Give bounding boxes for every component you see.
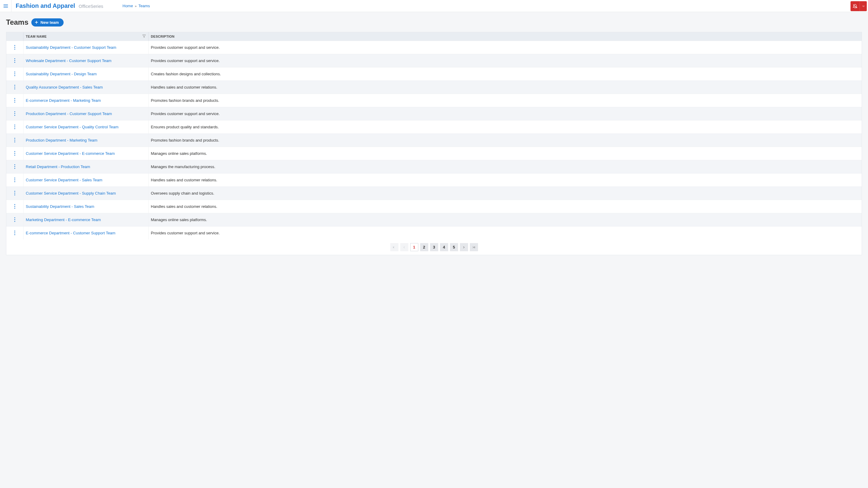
team-description: Promotes fashion brands and products.: [148, 134, 862, 147]
row-menu-button[interactable]: [12, 110, 18, 117]
header-actions: [850, 0, 868, 12]
team-name-link[interactable]: Customer Service Department - Supply Cha…: [26, 191, 116, 195]
svg-point-50: [14, 233, 15, 233]
page-last-button[interactable]: [470, 243, 478, 251]
team-name-link[interactable]: Customer Service Department - Quality Co…: [26, 125, 119, 129]
table-row: Customer Service Department - Sales Team…: [6, 173, 862, 187]
svg-point-21: [14, 102, 15, 103]
filter-icon: [142, 34, 146, 38]
dots-vertical-icon: [14, 191, 16, 195]
team-name-link[interactable]: Customer Service Department - E-commerce…: [26, 151, 115, 156]
svg-point-7: [14, 45, 15, 46]
svg-point-10: [14, 59, 15, 59]
dots-vertical-icon: [14, 45, 16, 50]
notifications-button[interactable]: [850, 1, 860, 11]
team-name-link[interactable]: Retail Department - Production Team: [26, 164, 90, 169]
svg-point-15: [14, 75, 15, 76]
svg-point-39: [14, 181, 15, 182]
dots-vertical-icon: [14, 111, 16, 116]
page-number-button[interactable]: 1: [410, 243, 418, 251]
page-prev-button[interactable]: [400, 243, 408, 251]
hamburger-icon: [3, 3, 8, 9]
brand-title[interactable]: Fashion and Apparel: [16, 2, 75, 9]
row-menu-button[interactable]: [12, 124, 18, 130]
plus-icon: [34, 20, 38, 24]
svg-point-33: [14, 155, 15, 156]
row-menu-button[interactable]: [12, 190, 18, 196]
teams-table: Team Name Description Sustainability Dep…: [6, 32, 862, 239]
svg-point-18: [14, 89, 15, 90]
team-name-link[interactable]: E-commerce Department - Marketing Team: [26, 98, 101, 103]
row-menu-button[interactable]: [12, 97, 18, 103]
page-number-button[interactable]: 4: [440, 243, 448, 251]
page-title: Teams: [6, 18, 28, 27]
row-menu-button[interactable]: [12, 71, 18, 77]
column-description-label: Description: [151, 35, 175, 38]
filter-team-name[interactable]: [142, 34, 146, 38]
row-menu-button[interactable]: [12, 217, 18, 223]
row-menu-button[interactable]: [12, 137, 18, 143]
breadcrumb: Home » Teams: [123, 4, 150, 8]
svg-point-24: [14, 115, 15, 116]
dots-vertical-icon: [14, 164, 16, 169]
team-name-link[interactable]: Sustainability Department - Sales Team: [26, 204, 94, 209]
table-row: Production Department - Customer Support…: [6, 107, 862, 121]
dots-vertical-icon: [14, 85, 16, 90]
page-number-button[interactable]: 5: [450, 243, 458, 251]
svg-point-49: [14, 231, 15, 232]
svg-point-43: [14, 204, 15, 205]
table-row: Marketing Department - E-commerce Team M…: [6, 213, 862, 227]
svg-point-51: [14, 234, 15, 235]
svg-point-13: [14, 72, 15, 73]
team-name-link[interactable]: E-commerce Department - Customer Support…: [26, 231, 116, 235]
svg-point-19: [14, 98, 15, 99]
header-dropdown[interactable]: [860, 1, 867, 11]
team-description: Manages online sales platforms.: [148, 213, 862, 227]
table-row: Customer Service Department - Quality Co…: [6, 121, 862, 134]
team-name-link[interactable]: Wholesale Department - Customer Support …: [26, 59, 112, 63]
page-header: Teams New team: [6, 18, 862, 27]
row-menu-button[interactable]: [12, 230, 18, 236]
dots-vertical-icon: [14, 138, 16, 142]
row-menu-button[interactable]: [12, 177, 18, 183]
column-team-name[interactable]: Team Name: [23, 32, 148, 41]
page-number-button[interactable]: 3: [430, 243, 438, 251]
row-menu-button[interactable]: [12, 58, 18, 64]
svg-point-16: [14, 85, 15, 86]
svg-point-34: [14, 164, 15, 165]
row-menu-button[interactable]: [12, 164, 18, 170]
column-description[interactable]: Description: [148, 32, 862, 41]
svg-point-28: [14, 138, 15, 139]
svg-point-42: [14, 195, 15, 195]
row-menu-button[interactable]: [12, 44, 18, 50]
row-menu-button[interactable]: [12, 84, 18, 90]
table-row: Retail Department - Production Team Mana…: [6, 160, 862, 173]
team-name-link[interactable]: Quality Assurance Department - Sales Tea…: [26, 85, 103, 90]
team-name-link[interactable]: Marketing Department - E-commerce Team: [26, 218, 101, 222]
team-name-link[interactable]: Production Department - Customer Support…: [26, 111, 112, 116]
pagination: 12345: [6, 239, 862, 255]
team-name-link[interactable]: Sustainability Department - Customer Sup…: [26, 45, 116, 50]
team-name-link[interactable]: Customer Service Department - Sales Team: [26, 178, 102, 182]
page-next-button[interactable]: [460, 243, 468, 251]
teams-table-container: Team Name Description Sustainability Dep…: [6, 32, 862, 255]
svg-point-22: [14, 111, 15, 112]
breadcrumb-home[interactable]: Home: [123, 4, 133, 8]
team-name-link[interactable]: Production Department - Marketing Team: [26, 138, 97, 142]
row-menu-button[interactable]: [12, 150, 18, 156]
page-number-button[interactable]: 2: [420, 243, 428, 251]
breadcrumb-current[interactable]: Teams: [138, 4, 150, 8]
svg-point-40: [14, 191, 15, 192]
new-team-button[interactable]: New team: [31, 19, 64, 27]
row-menu-button[interactable]: [12, 203, 18, 209]
page-first-button[interactable]: [390, 243, 398, 251]
table-row: Customer Service Department - E-commerce…: [6, 147, 862, 160]
caret-down-icon: [861, 4, 866, 9]
svg-point-17: [14, 87, 15, 88]
hamburger-menu[interactable]: [0, 0, 11, 12]
column-actions: [6, 32, 23, 41]
dots-vertical-icon: [14, 98, 16, 103]
dots-vertical-icon: [14, 58, 16, 63]
team-description: Manages online sales platforms.: [148, 147, 862, 160]
team-name-link[interactable]: Sustainability Department - Design Team: [26, 72, 97, 76]
